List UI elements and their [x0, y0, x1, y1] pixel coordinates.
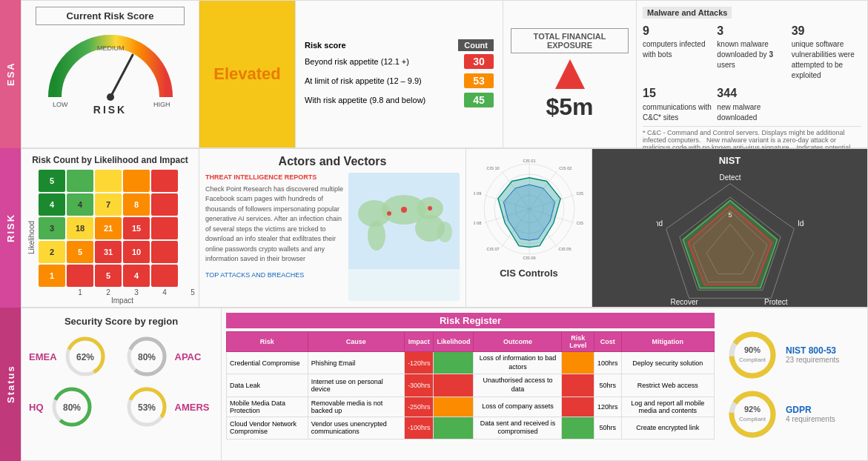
svg-text:Respond: Respond: [656, 219, 663, 228]
hq-gauge: 80%: [50, 385, 94, 429]
actors-link[interactable]: TOP ATTACKS AND BREACHES: [205, 271, 344, 280]
rr-risklevel: [562, 374, 594, 397]
table-row: Data Leak Internet use on personal devic…: [227, 374, 715, 397]
svg-text:CIS 07: CIS 07: [486, 247, 499, 251]
risk-score-box: Current Risk Score: [21, 1, 199, 147]
svg-point-9: [368, 221, 385, 251]
table-row: With risk appetite (9.8 and below) 45: [302, 90, 497, 110]
heatmap-title: Risk Count by Likelihood and Impact: [27, 155, 193, 165]
svg-text:CIS 02: CIS 02: [559, 166, 572, 170]
svg-text:80%: 80%: [137, 352, 155, 362]
nist-compliance-info: NIST 800-53 23 requirements: [786, 345, 860, 364]
security-score-box: Security Score by region EMEA 62%: [21, 308, 222, 460]
svg-text:CIS 08: CIS 08: [474, 221, 481, 225]
status-label: Status: [0, 308, 21, 461]
rr-cause: Phishing Email: [308, 352, 404, 374]
financial-label: TOTAL FINANCIAL EXPOSURE: [511, 28, 629, 53]
svg-text:Protect: Protect: [763, 298, 787, 306]
hm-cell: [67, 265, 93, 287]
gauge-svg: LOW MEDIUM HIGH: [44, 34, 177, 105]
hm-cell: [123, 170, 150, 192]
risk-row-label: Beyond risk appetite (12.1 +): [302, 52, 448, 71]
score-hq: HQ 80%: [29, 385, 119, 429]
svg-text:5: 5: [728, 211, 732, 219]
hm-cell: 31: [95, 241, 122, 263]
nist-pentagon-svg: Detect Identify Protect Recover Respond …: [656, 169, 804, 306]
risk-badge: 45: [464, 93, 494, 107]
hm-cell: [151, 241, 178, 263]
risk-register-table: Risk Cause Impact Likelihood Outcome Ris…: [226, 331, 715, 440]
esa-label: ESA: [0, 0, 21, 148]
hm-cell: 21: [95, 217, 122, 239]
financial-box: TOTAL FINANCIAL EXPOSURE $5m: [503, 1, 637, 147]
rr-th-impact: Impact: [404, 332, 434, 352]
esa-row: ESA Current Risk Score: [0, 0, 868, 148]
rr-risk: Mobile Media Data Protection: [227, 397, 308, 417]
rr-cause: Vendor uses unencrypted communications: [308, 417, 404, 439]
table-row: At limit of risk appetite (12 – 9.9) 53: [302, 71, 497, 90]
svg-point-11: [437, 222, 452, 242]
heatmap-y-title: Likelihood: [27, 182, 36, 293]
hm-cell: [151, 217, 178, 239]
hm-cell: [151, 170, 178, 192]
rr-risklevel: [562, 352, 594, 374]
apac-label: APAC: [175, 351, 202, 362]
table-row: Mobile Media Data Protection Removable m…: [227, 397, 715, 417]
rr-th-outcome: Outcome: [474, 332, 562, 352]
rr-likelihood: [434, 352, 474, 374]
rr-mitigation: Log and report all mobile media and cont…: [621, 397, 715, 417]
rr-outcome: Unauthorised access to data: [474, 374, 562, 397]
svg-text:CIS 10: CIS 10: [486, 166, 499, 170]
esa-content: Current Risk Score: [21, 0, 868, 148]
rr-risk: Credential Compromise: [227, 352, 308, 374]
amers-label: AMERS: [175, 402, 210, 413]
svg-point-13: [428, 206, 432, 210]
nist-name: NIST 800-53: [786, 345, 860, 356]
hm-row-3: 3 18 21 15: [39, 217, 206, 239]
rr-th-risk: Risk: [227, 332, 308, 352]
table-row: Cloud Vendor Network Compromise Vendor u…: [227, 417, 715, 439]
svg-text:CIS 05: CIS 05: [558, 247, 571, 251]
rr-th-likelihood: Likelihood: [434, 332, 474, 352]
hm-row-1: 1 5 4: [39, 265, 206, 287]
rr-impact: -250hrs: [404, 397, 434, 417]
svg-text:Recover: Recover: [670, 298, 698, 306]
rr-cost: 100hrs: [594, 352, 621, 374]
threat-label: THREAT INTELLIGENCE REPORTS: [205, 173, 344, 182]
security-score-title: Security Score by region: [29, 316, 213, 327]
gdpr-req: 4 requirements: [786, 415, 860, 423]
elevated-text: Elevated: [213, 64, 281, 84]
rr-impact: -100hrs: [404, 417, 434, 439]
hm-x-labels: 1 2 3 4 5: [39, 288, 206, 296]
table-row: Credential Compromise Phishing Email -12…: [227, 352, 715, 374]
malware-item-5: 344 new malware downloaded: [717, 85, 786, 122]
risk-label: RISK: [93, 104, 127, 116]
world-map-svg: [348, 173, 460, 269]
malware-grid: 9 computers infected with bots 3 known m…: [643, 23, 861, 123]
svg-text:CIS 06: CIS 06: [523, 256, 535, 260]
malware-item-2: 3 known malware downloaded by 3 users: [717, 23, 786, 81]
malware-title: Malware and Attacks: [643, 7, 732, 19]
rr-mitigation: Create encrypted link: [621, 417, 715, 439]
cis-box: CIS 01 CIS 02 CIS 03 CIS 04 CIS 05 CIS 0…: [466, 149, 592, 307]
malware-box: Malware and Attacks 9 computers infected…: [637, 1, 867, 147]
malware-item-4: 15 communications with C&C* sites: [643, 85, 712, 122]
rr-cost: 120hrs: [594, 397, 621, 417]
svg-text:90%: 90%: [744, 345, 761, 354]
svg-text:CIS 03: CIS 03: [576, 191, 584, 196]
actors-title: Actors and Vectors: [205, 155, 460, 168]
heatmap-box: Risk Count by Likelihood and Impact Like…: [21, 149, 199, 307]
hm-cell: [151, 265, 178, 287]
rr-impact: -300hrs: [404, 374, 434, 397]
risk-row-label: With risk appetite (9.8 and below): [302, 90, 448, 110]
hm-cell: 2: [39, 241, 65, 263]
elevated-box: Elevated: [199, 1, 296, 147]
rr-risk: Cloud Vendor Network Compromise: [227, 417, 308, 439]
rr-outcome: Data sent and received is compromised: [474, 417, 562, 439]
hm-row-2: 2 5 31 10: [39, 241, 206, 263]
svg-point-70: [732, 394, 773, 435]
nist-compliance-gauge: 90% Compliant: [726, 329, 778, 381]
hm-cell: 4: [39, 193, 65, 216]
rr-likelihood: [434, 397, 474, 417]
rr-th-mitigation: Mitigation: [621, 332, 715, 352]
